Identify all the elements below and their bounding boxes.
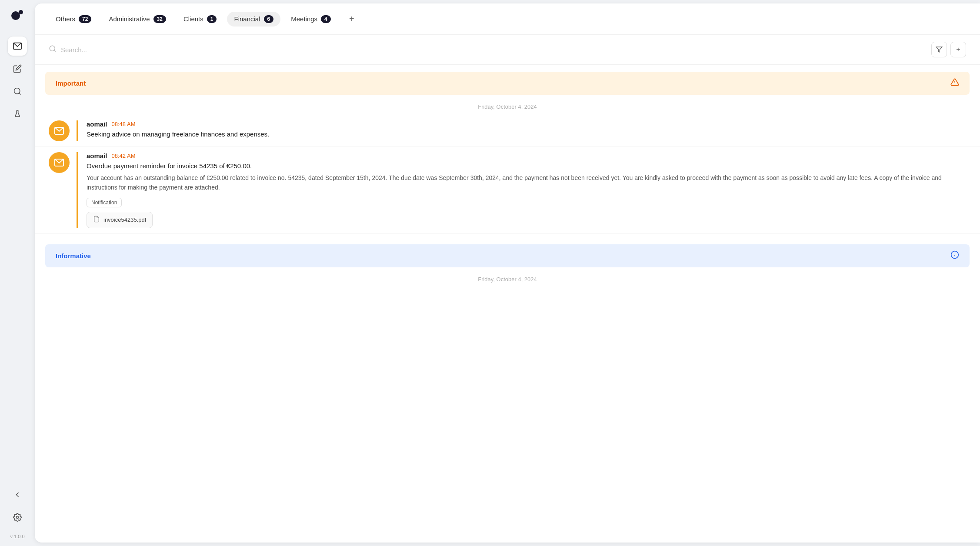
message-content-1: aomail 08:48 AM Seeking advice on managi… <box>77 120 966 141</box>
sidebar: v 1.0.0 <box>0 0 35 546</box>
content-area: Important Friday, October 4, 2024 <box>35 65 980 543</box>
svg-point-0 <box>11 11 20 20</box>
tab-administrative-badge: 32 <box>153 15 166 23</box>
tab-administrative[interactable]: Administrative 32 <box>102 12 173 27</box>
tab-administrative-label: Administrative <box>109 15 150 23</box>
informative-info-icon <box>950 250 959 261</box>
search-input-wrap <box>49 45 926 54</box>
message-header-1: aomail 08:48 AM <box>87 120 966 128</box>
informative-section-header[interactable]: Informative <box>45 244 970 267</box>
search-input[interactable] <box>61 46 926 53</box>
important-section-header[interactable]: Important <box>45 72 970 95</box>
sidebar-search-icon[interactable] <box>8 82 27 101</box>
tab-financial[interactable]: Financial 6 <box>227 12 280 27</box>
svg-point-5 <box>17 516 19 519</box>
tab-others-badge: 72 <box>79 15 91 23</box>
important-section-title: Important <box>56 80 86 87</box>
avatar <box>49 120 70 141</box>
tab-meetings-label: Meetings <box>291 15 317 23</box>
informative-section-title: Informative <box>56 252 91 260</box>
tab-meetings-badge: 4 <box>321 15 331 23</box>
add-icon: + <box>956 46 960 53</box>
svg-point-1 <box>19 10 23 14</box>
svg-line-4 <box>19 93 21 95</box>
date-separator-1: Friday, October 4, 2024 <box>35 95 980 115</box>
search-bar: + <box>35 35 980 65</box>
date-separator-2: Friday, October 4, 2024 <box>35 267 980 288</box>
message-body-2: Your account has an outstanding balance … <box>87 173 966 193</box>
filter-button[interactable] <box>931 42 947 57</box>
important-warning-icon <box>950 78 959 89</box>
app-logo <box>9 7 26 26</box>
svg-line-7 <box>54 50 55 51</box>
tab-others[interactable]: Others 72 <box>49 12 98 27</box>
add-message-button[interactable]: + <box>950 42 966 57</box>
svg-point-6 <box>50 46 55 51</box>
tab-financial-label: Financial <box>234 15 260 23</box>
search-magnifier-icon <box>49 45 57 54</box>
sidebar-back-icon[interactable] <box>8 485 27 504</box>
sidebar-mail-icon[interactable] <box>8 37 27 56</box>
tab-clients-label: Clients <box>183 15 203 23</box>
tab-clients-badge: 1 <box>207 15 217 23</box>
pdf-icon <box>93 216 100 224</box>
version-label: v 1.0.0 <box>10 534 24 539</box>
message-subject-1: Seeking advice on managing freelance fin… <box>87 130 966 138</box>
search-actions: + <box>931 42 966 57</box>
message-time-2: 08:42 AM <box>112 153 136 159</box>
attachment-filename: invoice54235.pdf <box>103 216 146 223</box>
table-row: aomail 08:48 AM Seeking advice on managi… <box>35 115 980 147</box>
tag-notification[interactable]: Notification <box>87 198 122 207</box>
message-sender-1: aomail <box>87 120 107 128</box>
message-header-2: aomail 08:42 AM <box>87 152 966 160</box>
sidebar-settings-icon[interactable] <box>8 508 27 527</box>
svg-point-3 <box>14 88 20 94</box>
tab-clients[interactable]: Clients 1 <box>177 12 224 27</box>
sidebar-edit-icon[interactable] <box>8 59 27 78</box>
avatar <box>49 152 70 173</box>
table-row: aomail 08:42 AM Overdue payment reminder… <box>35 147 980 234</box>
message-subject-2: Overdue payment reminder for invoice 542… <box>87 162 966 170</box>
message-sender-2: aomail <box>87 152 107 160</box>
attachment-pdf[interactable]: invoice54235.pdf <box>87 212 153 228</box>
sidebar-flask-icon[interactable] <box>8 104 27 123</box>
tab-financial-badge: 6 <box>264 15 274 23</box>
main-panel: Others 72 Administrative 32 Clients 1 Fi… <box>35 3 980 543</box>
message-content-2: aomail 08:42 AM Overdue payment reminder… <box>77 152 966 228</box>
tab-others-label: Others <box>56 15 75 23</box>
top-navigation: Others 72 Administrative 32 Clients 1 Fi… <box>35 3 980 35</box>
svg-marker-8 <box>936 47 942 52</box>
message-time-1: 08:48 AM <box>112 121 136 127</box>
add-tab-button[interactable]: + <box>345 12 359 26</box>
tab-meetings[interactable]: Meetings 4 <box>284 12 338 27</box>
